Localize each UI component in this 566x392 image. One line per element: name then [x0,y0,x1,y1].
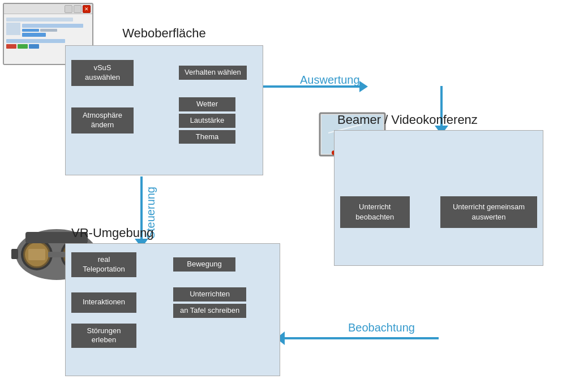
atmosphaere-label: Atmosphäre ändern [71,107,134,133]
close-button[interactable]: ✕ [83,5,91,13]
wetter-btn: Wetter [179,97,235,111]
svg-rect-47 [11,249,18,259]
vr-box-title: VR-Umgebung [71,226,154,240]
vr-row-stoerungen: Störungen erleben [71,324,274,348]
mini-window-titlebar: ✕ [4,4,92,14]
interaktionen-label: Interaktionen [71,292,136,313]
web-content: vSuS auswählen Verhalten wählen Atmosphä… [71,54,257,169]
erleben-text: erleben [92,335,116,345]
lautstaerke-btn: Lautstärke [179,114,235,128]
teleportation-label: real Teleportation [71,252,136,277]
vr-box: VR-Umgebung real Teleportation Bewegung … [65,243,280,376]
vr-content: real Teleportation Bewegung Interaktione… [71,252,274,370]
vr-targets-interaktionen: Unterrichten an Tafel schreiben [173,287,246,318]
svg-rect-46 [48,252,65,257]
beamer-box-title: Beamer / Videokonferenz [337,113,478,127]
beamer-content: Unterricht beobachten Unterricht gemeins… [340,165,537,260]
tafel-btn: an Tafel schreiben [173,304,246,318]
vr-row-interaktionen: Interaktionen Unterrichten an Tafel schr… [71,287,274,318]
svg-rect-43 [28,249,45,260]
minimize-button[interactable] [65,5,72,13]
unterrichten-btn: Unterrichten [173,287,246,301]
beobachtung-label: Beobachtung [348,321,415,334]
unterricht-auswerten-btn: Unterricht gemeinsam auswerten [440,196,537,228]
web-box-title: Weboberfläche [122,26,206,41]
beamer-box: Beamer / Videokonferenz Unterricht beoba… [334,130,543,266]
bewegung-btn: Bewegung [173,257,235,272]
web-row-atmosphaere: Atmosphäre ändern Wetter Lautstärke Them… [71,97,257,144]
real-text: real [98,255,110,265]
unterricht-beobachten-btn: Unterricht beobachten [340,196,410,228]
verhalten-btn: Verhalten wählen [179,66,247,80]
vsus-label: vSuS auswählen [71,60,134,86]
vr-targets-bewegung: Bewegung [173,257,235,272]
web-targets-vsus: Verhalten wählen [179,66,247,80]
thema-btn: Thema [179,130,235,144]
vr-row-teleportation: real Teleportation Bewegung [71,252,274,277]
web-targets-atmosphaere: Wetter Lautstärke Thema [179,97,235,144]
mini-row [6,18,73,21]
web-box: Weboberfläche vSuS auswählen Verhalten w… [65,45,263,175]
maximize-button[interactable] [74,5,82,13]
web-row-vsus: vSuS auswählen Verhalten wählen [71,60,257,86]
diagram: ✕ Web [0,0,566,392]
teleportation-text: Teleportation [83,265,125,274]
stoerungen-label: Störungen erleben [71,324,136,348]
auswertung-label: Auswertung [300,74,360,87]
stoerungen-text: Störungen [87,326,121,336]
svg-marker-1 [359,81,368,92]
